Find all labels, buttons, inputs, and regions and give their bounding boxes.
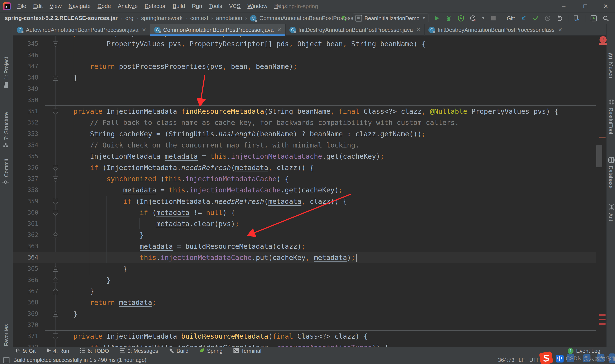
error-stripe-mark[interactable]: [599, 323, 605, 325]
line-number: 354: [22, 140, 38, 151]
line-number: 357: [22, 173, 38, 184]
build-status-message: Build completed successfully in 1 s 490 …: [13, 357, 146, 363]
toolwindow-button-build[interactable]: Build: [169, 348, 188, 354]
line-number: 344: [22, 36, 38, 38]
menu-edit[interactable]: Edit: [31, 2, 45, 10]
caret-position-widget[interactable]: 364:73: [498, 357, 514, 363]
tool-stripe-button-commit[interactable]: Commit: [0, 153, 13, 190]
menu-vcs[interactable]: VCS: [226, 2, 243, 10]
toolwindow-button-run[interactable]: 4: Run: [46, 348, 69, 354]
line-number: 346: [22, 50, 38, 61]
toolwindow-toggle-icon[interactable]: [3, 357, 10, 363]
code-editor[interactable]: 344 public PropertyValues postProcessPro…: [13, 36, 596, 347]
run-configuration-select[interactable]: BeanInitializationDemo ▼: [353, 13, 429, 23]
code-line-370: 370: [13, 320, 596, 331]
scrollbar-thumb[interactable]: [596, 145, 602, 167]
close-icon[interactable]: ✕: [142, 27, 146, 33]
maximize-button[interactable]: □: [577, 0, 594, 13]
editor-scrollbar-track[interactable]: [596, 36, 606, 347]
menu-build[interactable]: Build: [170, 2, 188, 10]
rollback-button[interactable]: [556, 15, 563, 22]
tool-stripe-label: Commit: [3, 158, 10, 177]
class-icon: C: [154, 27, 160, 33]
breadcrumb-item[interactable]: spring-context-5.2.2.RELEASE-sources.jar: [5, 15, 118, 22]
code-text: return metadata;: [57, 297, 156, 308]
tool-stripe-button-ant[interactable]: Ant: [607, 199, 615, 227]
code-line-365: 365 }: [13, 263, 596, 274]
tool-stripe-button-structure[interactable]: 7: Structure: [0, 104, 13, 156]
line-number: 364: [22, 252, 38, 263]
csdn-watermark: S 中 CSDN @只因为你而温柔: [539, 352, 615, 364]
menu-code[interactable]: Code: [95, 2, 113, 10]
toolwindow-button-terminal[interactable]: Terminal: [233, 348, 261, 354]
indent-guide: [73, 38, 73, 72]
breadcrumb-separator: ›: [120, 15, 122, 21]
error-stripe-mark[interactable]: [599, 319, 605, 320]
error-indicator-badge[interactable]: !: [600, 36, 607, 43]
tool-stripe-button-maven[interactable]: mMaven: [607, 50, 615, 81]
close-icon[interactable]: ✕: [558, 27, 562, 33]
error-stripe-mark[interactable]: [599, 137, 605, 138]
menu-tools[interactable]: Tools: [207, 2, 225, 10]
breadcrumb-item[interactable]: org: [125, 15, 134, 22]
code-line-371: 371 private InjectionMetadata buildResou…: [13, 331, 596, 342]
toolwindow-button-todo[interactable]: 6: TODO: [80, 348, 109, 354]
code-text: public PropertyValues postProcessPropert…: [57, 36, 272, 38]
folder-icon: [3, 82, 10, 88]
coverage-button[interactable]: [457, 15, 465, 22]
error-stripe-mark[interactable]: [599, 314, 605, 316]
tool-stripe-label: Maven: [608, 62, 614, 78]
minimize-button[interactable]: –: [555, 0, 572, 13]
messages-icon: [120, 348, 125, 354]
run-button[interactable]: [433, 15, 441, 22]
menu-refactor[interactable]: Refactor: [142, 2, 168, 10]
toolwindow-button-spring[interactable]: Spring: [199, 348, 223, 354]
tool-stripe-button-restfultool[interactable]: RestfulTool: [607, 87, 615, 146]
menu-analyze[interactable]: Analyze: [115, 2, 140, 10]
csdn-logo-icon: S: [539, 351, 553, 364]
breadcrumb-item[interactable]: context: [190, 15, 208, 22]
line-number: 362: [22, 229, 38, 241]
line-ending-widget[interactable]: LF: [519, 357, 525, 363]
editor-tab[interactable]: CCommonAnnotationBeanPostProcessor.java✕: [150, 24, 285, 36]
menu-file[interactable]: File: [15, 2, 29, 10]
toolwindow-button-git[interactable]: 9: Git: [15, 348, 36, 354]
menu-navigate[interactable]: Navigate: [66, 2, 94, 10]
line-number: 353: [22, 128, 38, 140]
search-everywhere-icon[interactable]: [602, 15, 609, 22]
code-line-369: 369 }: [13, 308, 596, 320]
git-update-button[interactable]: [520, 15, 527, 22]
tool-stripe-label: 7: Structure: [3, 112, 10, 140]
error-stripe-mark[interactable]: [599, 43, 607, 45]
git-commit-button[interactable]: [532, 15, 539, 22]
editor-tab[interactable]: CAutowiredAnnotationBeanPostProcessor.ja…: [13, 24, 150, 36]
menu-window[interactable]: Window: [245, 2, 270, 10]
breadcrumb-item[interactable]: springframework: [141, 15, 183, 22]
editor-tab[interactable]: CInitDestroyAnnotationBeanPostProcessor.…: [425, 24, 566, 36]
editor-tab[interactable]: CInitDestroyAnnotationBeanPostProcessor.…: [286, 24, 425, 36]
jump-to-source-icon[interactable]: [341, 15, 348, 22]
tool-stripe-button-database[interactable]: Database: [607, 148, 615, 197]
menu-run[interactable]: Run: [189, 2, 205, 10]
close-icon[interactable]: ✕: [277, 27, 281, 33]
code-line-357: 357 synchronized (this.injectionMetadata…: [13, 173, 596, 184]
history-button[interactable]: [544, 15, 551, 22]
tool-stripe-label: Database: [608, 166, 614, 189]
run-anything-icon[interactable]: [590, 15, 597, 22]
stop-button[interactable]: [490, 15, 497, 22]
debug-button[interactable]: [445, 15, 453, 22]
menu-view[interactable]: View: [47, 2, 64, 10]
intellij-logo-icon: IJ: [3, 2, 11, 10]
line-number: 370: [22, 320, 38, 331]
tool-stripe-button-project[interactable]: 1: Project: [0, 52, 13, 93]
profiler-chevron-icon[interactable]: ▼: [481, 16, 485, 20]
breadcrumb-item[interactable]: annotation: [216, 15, 242, 22]
close-icon[interactable]: ✕: [416, 27, 420, 33]
toolwindow-button-messages[interactable]: 0: Messages: [120, 348, 158, 354]
diagrams-icon[interactable]: [573, 15, 580, 22]
code-line-359: 359 if (InjectionMetadata.needsRefresh(m…: [13, 196, 596, 207]
chinese-badge-icon: 中: [556, 355, 563, 363]
close-button[interactable]: ✕: [597, 0, 614, 13]
code-text: String cacheKey = (StringUtils.hasLength…: [57, 128, 426, 140]
profiler-button[interactable]: [469, 15, 477, 22]
